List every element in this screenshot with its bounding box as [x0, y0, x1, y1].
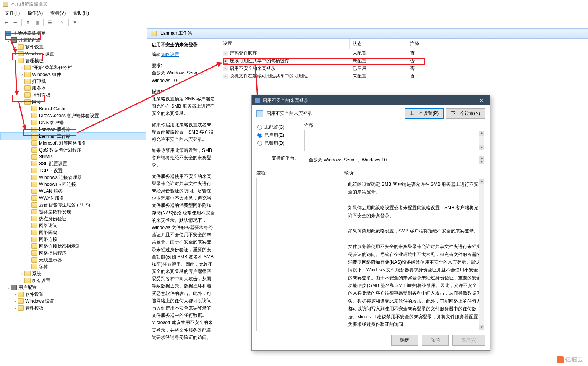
tree-item[interactable]: 打印机 — [32, 78, 46, 85]
tree-item[interactable]: SSL 配置设置 — [39, 161, 67, 167]
list-row[interactable]: ≡密码套件顺序 未配置 否 — [220, 49, 588, 57]
apply-button[interactable]: 应用(A) — [452, 335, 485, 346]
expander-icon[interactable]: › — [13, 306, 18, 310]
tree-item[interactable]: Microsoft 对等网络服务 — [39, 140, 86, 147]
tree-item[interactable]: 无线显示器 — [39, 257, 62, 263]
tree-item[interactable]: TCPIP 设置 — [39, 168, 63, 174]
menu-view[interactable]: 查看(V) — [47, 9, 69, 16]
folder-icon — [31, 113, 37, 118]
tree-item[interactable]: Windows 设置 — [25, 298, 54, 305]
tree-item[interactable]: 系统 — [32, 271, 41, 277]
ok-button[interactable]: 确定 — [391, 335, 418, 346]
tree-item[interactable]: "开始"菜单和任务栏 — [32, 64, 72, 71]
dialog-heading: 启用不安全的来宾登录 — [266, 110, 402, 117]
tree-item[interactable]: BranchCache — [39, 106, 67, 111]
expander-icon[interactable]: ⌄ — [6, 38, 11, 42]
col-setting[interactable]: 设置 — [220, 39, 350, 49]
tree-item[interactable]: 服务器 — [32, 85, 46, 92]
tree-item[interactable]: 网络隔离 — [39, 229, 57, 236]
radio-not-configured[interactable] — [257, 125, 262, 130]
tree-item[interactable]: SNMP — [39, 154, 52, 160]
tree-item[interactable]: 管理模板 — [25, 305, 44, 311]
expander-icon[interactable]: › — [27, 148, 31, 152]
expander-icon[interactable]: › — [27, 169, 31, 173]
user-icon — [11, 285, 17, 290]
expander-icon[interactable]: › — [20, 272, 24, 276]
show-hide-icon[interactable]: ▥ — [33, 18, 41, 27]
dialog-titlebar[interactable]: 启用不安全的来宾登录 — ☐ ✕ — [252, 95, 490, 105]
list-row[interactable]: ≡脱机文件在连续可用性共享中的可用性 未配置 否 — [220, 72, 588, 80]
tree-item[interactable]: DNS 客户端 — [39, 119, 64, 126]
expander-icon[interactable]: › — [13, 52, 18, 56]
tree-item[interactable]: 后台智能传送服务 (BITS) — [39, 202, 90, 208]
filter-icon[interactable]: ▼ — [71, 18, 79, 27]
properties-icon[interactable]: ☰ — [45, 18, 54, 27]
menu-help[interactable]: 帮助(H) — [70, 9, 92, 16]
tree-templates[interactable]: 管理模板 — [25, 58, 44, 64]
tree-item[interactable]: 软件设置 — [25, 44, 44, 50]
tree-item[interactable]: 软件设置 — [25, 291, 44, 298]
up-icon[interactable]: ⬆ — [24, 18, 32, 27]
maximize-icon[interactable]: ☐ — [464, 97, 475, 104]
tree-item[interactable]: 网络连接 — [39, 236, 57, 243]
folder-icon — [31, 202, 37, 208]
menu-action[interactable]: 操作(A) — [24, 9, 46, 16]
list-row-selected[interactable]: ≡启用不安全的来宾登录 已启用 否 — [220, 64, 588, 72]
tree-item[interactable]: QoS 数据包计划程序 — [39, 147, 81, 153]
next-setting-button[interactable]: 下一个设置(N) — [446, 108, 485, 119]
folder-icon — [31, 154, 37, 160]
tree-item[interactable]: 热点身份验证 — [39, 216, 66, 222]
tree-item[interactable]: Windows立即连接 — [39, 181, 76, 188]
policy-icon: ≡ — [223, 58, 228, 64]
cancel-button[interactable]: 取消 — [422, 335, 449, 346]
radio-enabled[interactable] — [257, 133, 262, 138]
col-status[interactable]: 状态 — [350, 39, 407, 49]
tree-item[interactable]: WWAN 服务 — [39, 195, 64, 202]
folder-icon — [24, 65, 31, 70]
expander-icon[interactable]: › — [27, 141, 31, 145]
folder-icon — [31, 230, 37, 235]
expander-icon[interactable]: › — [27, 107, 31, 111]
tree-user[interactable]: 用户配置 — [18, 284, 37, 291]
tree-item[interactable]: 控制面板 — [32, 92, 50, 98]
folder-icon — [18, 58, 24, 63]
tree-network[interactable]: 网络 — [32, 99, 41, 105]
tree-root[interactable]: 本地计算机 策略 — [13, 30, 46, 37]
tree-item[interactable]: DirectAccess 客户端体验设置 — [39, 113, 99, 119]
tree-lanman-workstation[interactable]: Lanman 工作站 — [39, 133, 71, 140]
close-icon[interactable]: ✕ — [475, 97, 487, 104]
expander-icon[interactable]: › — [13, 299, 18, 303]
radio-disabled[interactable] — [257, 141, 262, 146]
expander-icon[interactable]: › — [20, 73, 24, 77]
expander-icon[interactable]: › — [13, 45, 18, 49]
tree-item[interactable]: 链路层拓扑发现 — [39, 209, 71, 215]
tree-item[interactable]: Windows 连接管理器 — [39, 174, 82, 181]
policy-settings-link[interactable]: 策略设置 — [161, 52, 179, 57]
expander-icon[interactable]: › — [20, 66, 24, 70]
expander-icon[interactable]: ⌄ — [6, 285, 11, 290]
help-icon[interactable]: ? — [58, 18, 66, 27]
tree-item[interactable]: Lanman 服务器 — [39, 126, 71, 133]
list-row[interactable]: ≡连续可用性共享中的句柄缓存 未配置 否 — [220, 57, 588, 64]
tree-item[interactable]: 网络访问 — [39, 223, 57, 229]
forward-icon[interactable]: ➡ — [11, 18, 19, 27]
expander-icon[interactable]: ⌄ — [20, 100, 24, 104]
minimize-icon[interactable]: — — [452, 97, 464, 104]
expander-icon[interactable]: ⌄ — [13, 59, 18, 63]
menu-file[interactable]: 文件(F) — [2, 9, 23, 16]
separator — [43, 19, 44, 26]
comment-input[interactable]: ▲▼ — [304, 130, 485, 151]
tree-item[interactable]: Windows 设置 — [25, 51, 54, 57]
tree-item[interactable]: 网络连接状态指示器 — [39, 243, 80, 250]
tree-item[interactable]: 字体 — [39, 264, 48, 270]
expander-icon[interactable]: › — [13, 292, 18, 297]
tree-item[interactable]: 网络提供程序 — [39, 250, 66, 256]
tree-item[interactable]: 所有设置 — [32, 277, 50, 284]
tree-item[interactable]: Windows 组件 — [32, 71, 61, 78]
col-comment[interactable]: 注释 — [407, 39, 588, 49]
tree-computer[interactable]: 计算机配置 — [18, 37, 41, 44]
back-icon[interactable]: ⬅ — [2, 18, 10, 27]
folder-icon — [151, 31, 157, 36]
prev-setting-button[interactable]: 上一个设置(P) — [405, 108, 444, 119]
tree-item[interactable]: WLAN 服务 — [39, 188, 63, 195]
